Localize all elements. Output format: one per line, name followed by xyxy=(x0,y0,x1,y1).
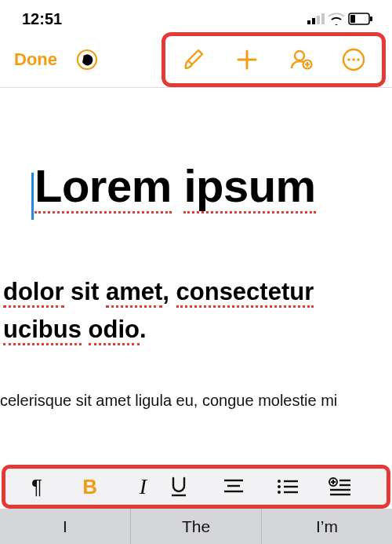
format-bar-highlight: ¶ B I xyxy=(2,465,390,509)
svg-rect-6 xyxy=(350,15,355,23)
keyboard-suggestion-bar: I The I’m xyxy=(0,509,392,544)
suggestion-2[interactable]: The xyxy=(131,509,262,544)
suggestion-1[interactable]: I xyxy=(0,509,131,544)
svg-point-18 xyxy=(278,480,281,483)
document-subheading: dolor sit amet, consectetur ucibus odio. xyxy=(0,273,392,349)
signal-icon xyxy=(307,13,325,24)
document-title: Lorem ipsum xyxy=(0,162,392,210)
svg-rect-2 xyxy=(317,16,320,24)
svg-point-8 xyxy=(295,51,304,60)
insert-block-icon xyxy=(328,477,382,496)
title-word-2: ipsum xyxy=(183,160,315,214)
toolbar-actions-highlight xyxy=(162,32,386,87)
plus-icon xyxy=(234,47,260,72)
done-button[interactable]: Done xyxy=(6,43,65,76)
title-word-1: Lorem xyxy=(34,160,172,214)
more-button[interactable] xyxy=(327,36,380,83)
paragraph-style-button[interactable]: ¶ xyxy=(10,475,64,499)
undo-button[interactable] xyxy=(65,36,109,83)
status-bar: 12:51 xyxy=(0,0,392,31)
svg-point-20 xyxy=(278,491,281,494)
document-area[interactable]: Lorem ipsum dolor sit amet, consectetur … xyxy=(0,88,392,410)
underline-icon xyxy=(169,476,223,497)
format-brush-button[interactable] xyxy=(167,36,220,83)
svg-point-12 xyxy=(352,58,355,61)
collaborate-icon xyxy=(288,47,313,72)
svg-rect-3 xyxy=(321,13,325,24)
list-button[interactable] xyxy=(276,478,329,495)
status-time: 12:51 xyxy=(22,10,62,28)
document-body-line: celerisque sit amet ligula eu, congue mo… xyxy=(0,392,392,410)
svg-rect-1 xyxy=(312,18,315,24)
insert-block-button[interactable] xyxy=(328,477,382,496)
align-button[interactable] xyxy=(223,478,276,495)
status-indicators xyxy=(307,13,373,25)
top-toolbar: Done xyxy=(0,31,392,88)
svg-rect-5 xyxy=(370,16,372,21)
list-icon xyxy=(276,478,329,495)
align-icon xyxy=(223,478,276,495)
suggestion-3[interactable]: I’m xyxy=(262,509,392,544)
bold-button[interactable]: B xyxy=(64,475,117,499)
svg-point-13 xyxy=(357,58,360,61)
italic-button[interactable]: I xyxy=(116,474,169,499)
more-icon xyxy=(341,47,366,72)
undo-icon xyxy=(75,48,99,71)
collaborate-button[interactable] xyxy=(274,36,327,83)
text-cursor xyxy=(31,173,34,220)
insert-button[interactable] xyxy=(220,36,274,83)
brush-icon xyxy=(181,47,206,72)
svg-point-19 xyxy=(278,485,281,488)
svg-rect-0 xyxy=(307,20,310,24)
underline-button[interactable] xyxy=(169,476,223,497)
wifi-icon xyxy=(328,13,345,25)
battery-icon xyxy=(348,13,373,25)
svg-point-11 xyxy=(347,58,350,61)
